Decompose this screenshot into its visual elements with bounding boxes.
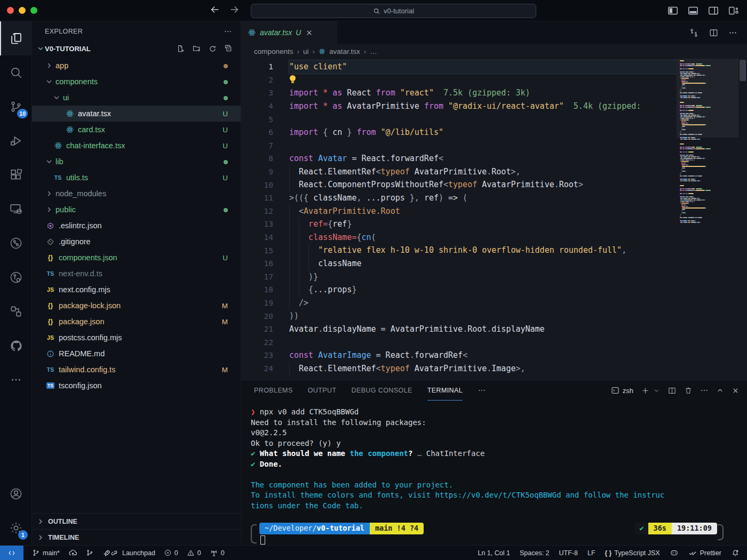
activity-explorer[interactable] — [0, 21, 32, 55]
panel-actions-more-icon[interactable] — [700, 386, 709, 395]
back-icon[interactable] — [209, 4, 221, 15]
split-terminal-icon[interactable] — [667, 386, 677, 395]
status-copilot[interactable] — [670, 548, 679, 557]
gitlens-icon — [9, 270, 23, 284]
new-folder-icon[interactable] — [192, 44, 201, 53]
toggle-sidebar-icon[interactable] — [667, 5, 679, 17]
status-cursor-position[interactable]: Ln 1, Col 1 — [478, 549, 510, 557]
panel-tab-debug-console[interactable]: DEBUG CONSOLE — [351, 380, 412, 401]
zoom-window-button[interactable] — [30, 7, 37, 14]
panel-tab-output[interactable]: OUTPUT — [308, 380, 337, 401]
close-panel-icon[interactable] — [732, 387, 740, 395]
project-root-row[interactable]: V0-TUTORIAL — [32, 42, 241, 55]
tree-item-lib[interactable]: lib — [32, 154, 241, 170]
forward-icon[interactable] — [228, 4, 240, 15]
tree-item--gitignore[interactable]: .gitignore — [32, 234, 241, 250]
activity-search[interactable] — [0, 55, 32, 90]
breadcrumb-ui[interactable]: ui — [303, 47, 309, 55]
editor-more-icon[interactable] — [728, 28, 737, 37]
status-indentation[interactable]: Spaces: 2 — [520, 549, 550, 557]
section-timeline[interactable]: TIMELINE — [32, 529, 241, 545]
terminal-line: Ok to proceed? (y) y — [251, 438, 742, 449]
tree-item-next-config-mjs[interactable]: JSnext.config.mjs — [32, 282, 241, 298]
activity-extensions[interactable] — [0, 158, 32, 192]
activity-more[interactable] — [0, 363, 32, 397]
editor-scrollbar[interactable] — [738, 59, 747, 380]
breadcrumb-file[interactable]: avatar.tsx — [329, 47, 360, 55]
tree-item--eslintrc-json[interactable]: .eslintrc.json — [32, 218, 241, 234]
prompt-exit-status: ✔ — [635, 523, 648, 534]
status-git-branch[interactable]: main* — [32, 549, 60, 557]
new-terminal-icon[interactable] — [641, 386, 650, 395]
toggle-panel-icon[interactable] — [687, 5, 699, 17]
lightbulb-icon[interactable] — [289, 75, 296, 84]
tree-item-README-md[interactable]: README.md — [32, 346, 241, 362]
activity-source-control[interactable]: 10 — [0, 90, 32, 124]
activity-run-debug[interactable] — [0, 124, 32, 158]
terminal-output[interactable]: ❯ npx v0 add CTK5oqBBWGdNeed to install … — [241, 401, 747, 545]
activity-flow[interactable] — [0, 294, 32, 329]
customize-layout-icon[interactable] — [728, 5, 740, 17]
tab-avatar-tsx[interactable]: avatar.tsx U — [241, 21, 337, 44]
tree-item-package-json[interactable]: {}package.jsonM — [32, 314, 241, 330]
tree-item-app[interactable]: app — [32, 58, 241, 74]
tree-item-tsconfig-json[interactable]: TStsconfig.json — [32, 378, 241, 394]
tree-item-chat-interface-tsx[interactable]: chat-interface.tsxU — [32, 138, 241, 154]
react-icon — [319, 48, 325, 55]
tree-item-tailwind-config-ts[interactable]: TStailwind.config.tsM — [32, 362, 241, 378]
terminal-dropdown-icon[interactable] — [653, 387, 660, 394]
close-tab-icon[interactable] — [306, 29, 313, 36]
status-errors[interactable]: 0 — [164, 549, 178, 557]
activity-accounts[interactable] — [0, 477, 32, 511]
command-center-search[interactable]: v0-tutorial — [251, 4, 536, 18]
activity-git-graph[interactable] — [0, 226, 32, 260]
tree-item-avatar-tsx[interactable]: avatar.tsxU — [32, 106, 241, 122]
new-file-icon[interactable] — [176, 44, 185, 53]
tree-item-postcss-config-mjs[interactable]: JSpostcss.config.mjs — [32, 330, 241, 346]
tree-item-public[interactable]: public — [32, 202, 241, 218]
panel-tab-problems[interactable]: PROBLEMS — [254, 380, 293, 401]
breadcrumb-components[interactable]: components — [254, 47, 293, 55]
status-prettier[interactable]: Prettier — [688, 548, 721, 557]
status-publish[interactable] — [68, 548, 77, 557]
explorer-more-icon[interactable] — [224, 27, 232, 36]
split-editor-icon[interactable] — [709, 28, 719, 38]
activity-remote-explorer[interactable] — [0, 192, 32, 226]
tree-item-components[interactable]: components — [32, 74, 241, 90]
status-notifications[interactable] — [731, 549, 740, 557]
status-encoding[interactable]: UTF-8 — [559, 549, 578, 557]
refresh-icon[interactable] — [208, 44, 217, 53]
tree-item-components-json[interactable]: {}components.jsonU — [32, 250, 241, 266]
activity-gitlens[interactable] — [0, 260, 32, 294]
panel-tab-terminal[interactable]: TERMINAL — [427, 380, 463, 401]
tree-item-utils-ts[interactable]: TSutils.tsU — [32, 170, 241, 186]
activity-github[interactable] — [0, 329, 32, 363]
tree-item-card-tsx[interactable]: card.tsxU — [32, 122, 241, 138]
minimize-window-button[interactable] — [19, 7, 26, 14]
close-window-button[interactable] — [7, 7, 14, 14]
maximize-panel-icon[interactable] — [716, 387, 724, 395]
status-source-control-graph[interactable] — [86, 549, 94, 557]
shell-picker[interactable]: zsh — [611, 386, 633, 395]
tree-item-package-lock-json[interactable]: {}package-lock.jsonM — [32, 298, 241, 314]
tree-item-label: .eslintrc.json — [59, 221, 102, 230]
status-warnings[interactable]: 0 — [187, 549, 201, 557]
code-editor[interactable]: 1"use client"23import * as React from "r… — [241, 59, 747, 380]
tree-item-ui[interactable]: ui — [32, 90, 241, 106]
status-launchpad[interactable]: Launchpad — [102, 549, 155, 557]
section-outline[interactable]: OUTLINE — [32, 513, 241, 529]
status-language-mode[interactable]: { }TypeScript JSX — [605, 549, 660, 557]
status-ports[interactable]: 0 — [210, 549, 225, 557]
tree-item-node-modules[interactable]: node_modules — [32, 186, 241, 202]
panel-more-icon[interactable] — [478, 380, 486, 401]
status-eol[interactable]: LF — [587, 549, 595, 557]
minimap[interactable] — [677, 59, 738, 380]
switch-editors-icon[interactable] — [689, 28, 699, 38]
activity-settings[interactable]: 1 — [0, 511, 32, 545]
tree-item-next-env-d-ts[interactable]: TSnext-env.d.ts — [32, 266, 241, 282]
toggle-secondary-sidebar-icon[interactable] — [708, 5, 719, 17]
collapse-all-icon[interactable] — [224, 44, 233, 53]
breadcrumb-symbol[interactable]: … — [370, 47, 377, 55]
kill-terminal-icon[interactable] — [684, 386, 693, 395]
remote-indicator[interactable] — [0, 546, 23, 560]
